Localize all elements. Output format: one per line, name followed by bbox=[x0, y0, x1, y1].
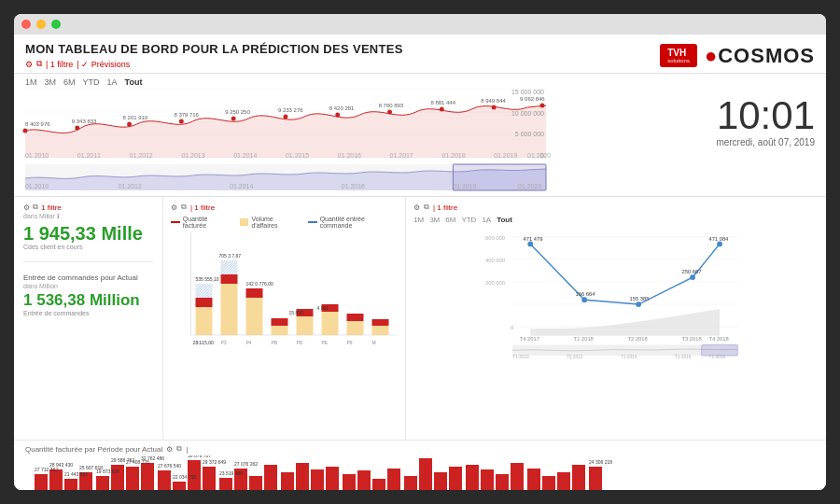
svg-rect-114 bbox=[96, 476, 109, 490]
r-filter-ytd[interactable]: YTD bbox=[461, 216, 476, 224]
filter-1m[interactable]: 1M bbox=[25, 77, 37, 87]
filter-6m[interactable]: 6M bbox=[63, 77, 76, 87]
kpi1-filter[interactable]: 1 filtre bbox=[41, 203, 62, 212]
svg-rect-64 bbox=[221, 260, 238, 274]
gear-icon[interactable]: ⚙ bbox=[23, 203, 30, 212]
svg-text:01.2012: 01.2012 bbox=[130, 152, 153, 159]
svg-text:166 664: 166 664 bbox=[576, 291, 596, 297]
svg-rect-135 bbox=[419, 458, 432, 490]
bottom-area: ⚙ ⧉ 1 filtre dans Millar ℹ 1 945,33 Mill… bbox=[14, 197, 826, 440]
svg-text:01.2013: 01.2013 bbox=[181, 152, 204, 159]
svg-text:01.2012: 01.2012 bbox=[119, 183, 142, 189]
header: MON TABLEAU DE BORD POUR LA PRÉDICTION D… bbox=[14, 35, 826, 74]
filter-icon[interactable]: ⧉ bbox=[33, 203, 38, 212]
time-filters: 1M 3M 6M YTD 1A Tout bbox=[25, 77, 815, 87]
svg-rect-122 bbox=[219, 478, 232, 490]
svg-rect-119 bbox=[173, 482, 186, 490]
r-filter-1m[interactable]: 1M bbox=[413, 216, 424, 224]
r-filter-3m[interactable]: 3M bbox=[429, 216, 440, 224]
info-icon[interactable]: ℹ bbox=[57, 213, 60, 219]
svg-text:P4: P4 bbox=[246, 340, 252, 345]
svg-text:27 076 262: 27 076 262 bbox=[234, 461, 258, 467]
svg-text:T1 2014: T1 2014 bbox=[621, 355, 637, 359]
filter-icon-2[interactable]: ⧉ bbox=[181, 203, 187, 212]
legend-color-blue bbox=[308, 221, 317, 223]
legend-item-3: Quantité entrée commande bbox=[308, 216, 398, 229]
left-kpis: ⚙ ⧉ 1 filtre dans Millar ℹ 1 945,33 Mill… bbox=[14, 197, 163, 440]
svg-text:01.2010: 01.2010 bbox=[25, 152, 49, 159]
kpi2-subtitle: dans Million bbox=[23, 283, 153, 289]
svg-rect-111 bbox=[49, 469, 63, 490]
right-filter[interactable]: | 1 filtre bbox=[433, 203, 457, 212]
middle-chart: ⚙ ⧉ | 1 filtre Quantité facturée Volume … bbox=[163, 197, 406, 440]
kpi1-label: Cdes client en cours bbox=[23, 244, 153, 250]
kpi-block-2: Entrée de commandes pour Actual dans Mil… bbox=[23, 273, 153, 316]
kpi2-label: Entrée de commandes bbox=[23, 310, 153, 316]
svg-text:T1 2010: T1 2010 bbox=[512, 355, 529, 359]
svg-text:705 3  7,67: 705 3 7,67 bbox=[219, 253, 242, 259]
minimize-button[interactable] bbox=[36, 20, 46, 29]
svg-rect-144 bbox=[557, 472, 570, 490]
settings-icon[interactable]: ⚙ bbox=[25, 60, 33, 69]
bottom-bars-container: 27 712 362 28 943 430 21 443 892 25 607 … bbox=[25, 455, 815, 490]
middle-filter[interactable]: | 1 filtre bbox=[190, 203, 215, 212]
close-button[interactable] bbox=[21, 20, 31, 29]
previsions-label[interactable]: | ✓ Prévisions bbox=[77, 60, 130, 69]
middle-chart-svg: 535 555,10 705 3 7,67 142 0 776,00 23 11… bbox=[171, 232, 398, 354]
svg-text:250 667: 250 667 bbox=[681, 269, 701, 274]
svg-text:200 000: 200 000 bbox=[485, 280, 505, 286]
svg-text:01.2020: 01.2020 bbox=[518, 183, 541, 189]
svg-text:8 420 281: 8 420 281 bbox=[329, 105, 355, 111]
maximize-button[interactable] bbox=[51, 20, 61, 29]
svg-text:600 000: 600 000 bbox=[485, 235, 505, 241]
svg-rect-47 bbox=[196, 307, 213, 335]
svg-rect-130 bbox=[343, 474, 356, 490]
svg-rect-51 bbox=[297, 316, 314, 335]
main-content: MON TABLEAU DE BORD POUR LA PRÉDICTION D… bbox=[14, 35, 826, 490]
svg-rect-48 bbox=[221, 284, 238, 335]
kpi-divider bbox=[23, 261, 153, 262]
svg-rect-52 bbox=[322, 312, 339, 335]
r-filter-tout[interactable]: Tout bbox=[497, 216, 512, 224]
svg-text:38 079 707: 38 079 707 bbox=[188, 455, 211, 458]
svg-text:T4 2017: T4 2017 bbox=[520, 336, 539, 342]
clock-time: 10:01 bbox=[717, 96, 815, 135]
svg-rect-127 bbox=[296, 463, 309, 490]
svg-text:142 0 776,00: 142 0 776,00 bbox=[246, 281, 273, 287]
svg-text:0: 0 bbox=[511, 325, 513, 330]
logo-cosmos: ●COSMOS bbox=[705, 44, 815, 68]
header-left: MON TABLEAU DE BORD POUR LA PRÉDICTION D… bbox=[25, 42, 660, 69]
legend-item-2: Volume d'affaires bbox=[240, 216, 301, 229]
svg-text:T4 2018: T4 2018 bbox=[708, 336, 728, 342]
gear-icon-2[interactable]: ⚙ bbox=[171, 203, 177, 212]
gear-icon-3[interactable]: ⚙ bbox=[413, 203, 420, 212]
svg-text:01.2018: 01.2018 bbox=[441, 152, 465, 159]
filter-icon[interactable]: ⧉ bbox=[36, 59, 42, 69]
svg-rect-58 bbox=[272, 318, 288, 326]
svg-point-12 bbox=[440, 107, 444, 112]
svg-rect-110 bbox=[35, 474, 48, 490]
svg-rect-131 bbox=[357, 470, 371, 490]
filter-icon-4[interactable]: ⧉ bbox=[176, 444, 182, 454]
svg-text:22 034 758: 22 034 758 bbox=[173, 474, 196, 480]
gear-icon-4[interactable]: ⚙ bbox=[166, 445, 173, 454]
svg-text:T1 2016: T1 2016 bbox=[675, 355, 692, 359]
r-filter-6m[interactable]: 6M bbox=[445, 216, 455, 224]
filter-1a[interactable]: 1A bbox=[107, 77, 118, 87]
filter-label[interactable]: | 1 filtre bbox=[46, 60, 73, 69]
svg-text:T1 2018: T1 2018 bbox=[574, 336, 594, 342]
filter-tout[interactable]: Tout bbox=[125, 77, 143, 87]
svg-text:8 403 976: 8 403 976 bbox=[25, 121, 50, 127]
mini-nav-chart[interactable]: 01.2010 01.2012 01.2014 01.2016 01.2018 … bbox=[25, 164, 546, 190]
filter-ytd[interactable]: YTD bbox=[83, 77, 100, 87]
svg-rect-57 bbox=[246, 288, 263, 298]
svg-rect-49 bbox=[246, 298, 263, 335]
svg-text:T1 2012: T1 2012 bbox=[567, 355, 583, 359]
kpi2-value: 1 536,38 Million bbox=[23, 292, 153, 310]
filter-3m[interactable]: 3M bbox=[45, 77, 57, 87]
logo-tvh: TVH solutions bbox=[660, 44, 697, 68]
filter-icon-3[interactable]: ⧉ bbox=[424, 203, 429, 212]
svg-point-9 bbox=[284, 115, 288, 119]
info-icon-2[interactable]: | bbox=[186, 445, 188, 454]
r-filter-1a[interactable]: 1A bbox=[482, 216, 491, 224]
